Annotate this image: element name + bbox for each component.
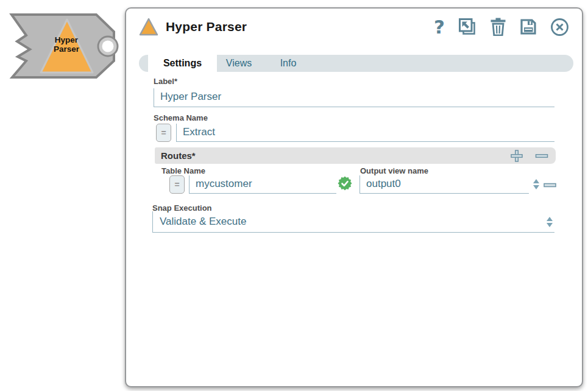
snap-node-label-line1: Hyper: [55, 35, 79, 44]
dialog-header: Hyper Parser ?: [139, 16, 569, 38]
stepper-down-icon[interactable]: [533, 185, 539, 189]
output-view-name-input[interactable]: [360, 175, 529, 193]
stepper-up-icon[interactable]: [533, 179, 539, 183]
dialog-header-actions: ?: [434, 18, 569, 37]
tab-info[interactable]: Info: [261, 55, 316, 72]
select-down-icon[interactable]: [547, 223, 553, 227]
output-view-name-field: [360, 175, 529, 194]
output-connector-hole: [102, 41, 114, 52]
schema-name-input[interactable]: [177, 124, 554, 141]
close-icon[interactable]: [550, 18, 569, 37]
add-route-icon[interactable]: [511, 150, 523, 162]
save-icon[interactable]: [520, 18, 537, 35]
schema-name-field: [176, 124, 554, 142]
table-name-input[interactable]: [190, 175, 336, 193]
schema-expression-toggle[interactable]: =: [156, 124, 171, 142]
tab-views[interactable]: Views: [217, 55, 261, 72]
schema-name-label: Schema Name: [154, 113, 208, 122]
remove-route-icon[interactable]: [535, 150, 548, 162]
label-field-label: Label*: [154, 77, 177, 86]
delete-icon[interactable]: [490, 18, 506, 36]
remove-row-icon[interactable]: [544, 181, 556, 192]
table-name-expression-toggle[interactable]: =: [169, 175, 185, 194]
table-name-column-label: Table Name: [161, 166, 205, 175]
snap-execution-select-arrows[interactable]: [547, 217, 553, 227]
tab-settings[interactable]: Settings: [148, 55, 217, 72]
validation-success-badge: [338, 176, 352, 193]
table-name-field: [189, 175, 336, 194]
snap-type-triangle-icon: [139, 18, 158, 36]
snap-node-label-line2: Parser: [54, 44, 80, 54]
snap-node-hyper-parser[interactable]: Hyper Parser: [4, 9, 126, 83]
dialog-tabbar: Settings Views Info: [139, 55, 573, 72]
output-view-column-label: Output view name: [360, 166, 428, 175]
select-up-icon[interactable]: [547, 217, 553, 221]
export-icon[interactable]: [458, 18, 476, 36]
routes-section-header: Routes*: [155, 147, 556, 164]
snap-execution-select[interactable]: Validate & Execute: [152, 211, 554, 233]
output-view-stepper[interactable]: [533, 179, 540, 189]
help-icon[interactable]: ?: [434, 18, 445, 36]
label-field: [154, 88, 554, 107]
label-input[interactable]: [154, 88, 554, 107]
canvas: Hyper Parser Hyper Parser ?: [0, 0, 588, 391]
snap-execution-value: Validate & Execute: [160, 216, 246, 227]
dialog-title: Hyper Parser: [166, 19, 247, 34]
routes-section-title: Routes*: [161, 150, 511, 161]
